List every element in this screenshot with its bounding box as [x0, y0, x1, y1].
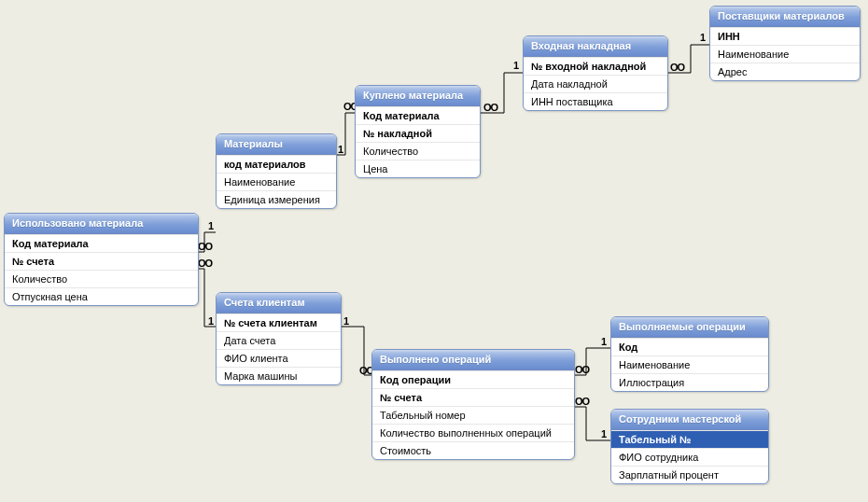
field[interactable]: Код материала [356, 106, 480, 124]
field[interactable]: ИНН поставщика [524, 92, 667, 110]
field[interactable]: Количество выполненных операций [372, 424, 574, 441]
field[interactable]: код материалов [217, 155, 336, 173]
field[interactable]: № счета [372, 388, 574, 406]
entity-incoming-invoice[interactable]: Входная накладная № входной накладной Да… [523, 35, 668, 111]
field[interactable]: Адрес [710, 63, 860, 80]
field[interactable]: Наименование [217, 173, 336, 190]
entity-operations[interactable]: Выполняемые операции Код Наименование Ил… [610, 316, 769, 392]
field[interactable]: Стоимость [372, 441, 574, 459]
entity-title[interactable]: Счета клиентам [217, 293, 341, 314]
entity-title[interactable]: Поставщики материалов [710, 7, 860, 27]
entity-used-material[interactable]: Использовано материала Код материала № с… [4, 213, 199, 306]
field[interactable]: Иллюстрация [611, 373, 768, 391]
field[interactable]: Количество [356, 142, 480, 160]
card-one: 1 [208, 220, 214, 231]
field[interactable]: Марка машины [217, 367, 341, 384]
field[interactable]: № счета [5, 252, 198, 270]
field[interactable]: ИНН [710, 27, 860, 45]
field[interactable]: Табельный номер [372, 406, 574, 424]
card-one: 1 [208, 315, 214, 327]
card-one: 1 [513, 60, 519, 71]
entity-client-accounts[interactable]: Счета клиентам № счета клиентам Дата сче… [216, 292, 342, 385]
entity-title[interactable]: Выполнено операций [372, 350, 574, 370]
card-many: OO [575, 396, 589, 407]
field[interactable]: Цена [356, 160, 480, 177]
card-many: OO [198, 241, 212, 252]
field[interactable]: Отпускная цена [5, 287, 198, 305]
card-many: OO [483, 102, 497, 113]
field[interactable]: Наименование [710, 45, 860, 63]
field[interactable]: Код [611, 338, 768, 356]
field[interactable]: Зарплатный процент [611, 466, 768, 483]
entity-bought-material[interactable]: Куплено материала Код материала № наклад… [355, 85, 481, 178]
entity-title[interactable]: Выполняемые операции [611, 317, 768, 338]
field[interactable]: Код материала [5, 234, 198, 252]
card-one: 1 [343, 315, 349, 327]
entity-title[interactable]: Использовано материала [5, 214, 198, 234]
entity-title[interactable]: Материалы [217, 134, 336, 155]
field[interactable]: Код операции [372, 370, 574, 388]
card-one: 1 [601, 336, 607, 347]
field[interactable]: ФИО клиента [217, 349, 341, 367]
entity-title[interactable]: Входная накладная [524, 36, 667, 57]
entity-title[interactable]: Сотрудники мастерской [611, 410, 768, 430]
field[interactable]: Единица измерения [217, 190, 336, 208]
field[interactable]: № счета клиентам [217, 314, 341, 331]
field[interactable]: № накладной [356, 124, 480, 142]
entity-suppliers[interactable]: Поставщики материалов ИНН Наименование А… [709, 6, 861, 81]
card-many: OO [198, 258, 212, 269]
field[interactable]: Табельный № [611, 430, 768, 448]
field[interactable]: № входной накладной [524, 57, 667, 75]
entity-title[interactable]: Куплено материала [356, 86, 480, 106]
entity-employees[interactable]: Сотрудники мастерской Табельный № ФИО со… [610, 409, 769, 484]
field[interactable]: ФИО сотрудника [611, 448, 768, 466]
card-many: OO [575, 364, 589, 375]
card-one: 1 [338, 144, 343, 155]
card-one: 1 [700, 32, 706, 43]
field[interactable]: Наименование [611, 356, 768, 373]
field[interactable]: Дата накладной [524, 75, 667, 92]
field[interactable]: Дата счета [217, 331, 341, 349]
card-many: OO [670, 62, 684, 73]
field[interactable]: Количество [5, 270, 198, 287]
entity-materials[interactable]: Материалы код материалов Наименование Ед… [216, 133, 337, 209]
card-one: 1 [601, 428, 607, 439]
entity-operations-done[interactable]: Выполнено операций Код операции № счета … [371, 349, 575, 460]
